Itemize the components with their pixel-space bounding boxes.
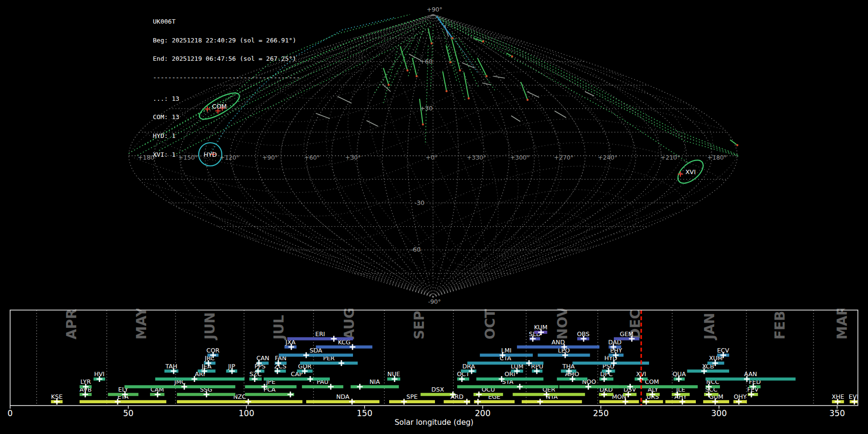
- shower-path-green: [438, 18, 687, 162]
- radiant-sky-map: COMHYDXVI+180°+150°+120°+90°+60°+30°+0°+…: [0, 0, 868, 309]
- month-label-JUL: JUL: [271, 315, 287, 340]
- shower-peak-ERI: [331, 336, 337, 342]
- shower-peak-NDA: [349, 399, 355, 405]
- latitude-label: -30: [415, 199, 424, 206]
- shower-bars: KSEETANZCNDASPEARDEGENTAMONURSAHYGUMOHYX…: [51, 324, 858, 405]
- shower-bar-GEM: [614, 337, 639, 340]
- shower-bar-JLE: [672, 393, 690, 396]
- shower-label-TAH: TAH: [165, 363, 177, 370]
- shower-bar-AND: [517, 345, 599, 348]
- shower-peak-OCU: [476, 392, 482, 397]
- meteor-shower-member: [730, 140, 737, 145]
- month-label-JUN: JUN: [202, 312, 218, 340]
- axis-tick-label: 150: [357, 408, 372, 418]
- shower-bar-SPE: [389, 400, 435, 403]
- shower-path-green: [374, 41, 410, 94]
- meteor-shower-member: [446, 45, 450, 62]
- meteor-end-dot: [449, 61, 451, 63]
- longitude-label: +60°: [304, 154, 320, 161]
- shower-bar-XCB: [687, 369, 729, 372]
- shower-peak-PER: [339, 360, 344, 366]
- meteor-end-dot: [407, 69, 408, 71]
- meteor-shower-member: [412, 58, 417, 76]
- shower-bar-ERI: [287, 337, 353, 340]
- meteor-end-dot: [468, 97, 470, 99]
- longitude-label: +0°: [426, 154, 438, 161]
- end-time: End: 20251219 06:47:56 (sol = 267.25°): [153, 56, 300, 62]
- shower-bar-STA: [457, 385, 558, 388]
- meteor-observation-screen: COMHYDXVI+180°+150°+120°+90°+60°+30°+0°+…: [0, 0, 868, 434]
- axis-tick-label: 50: [123, 408, 134, 418]
- shower-label-SPE: SPE: [407, 393, 418, 400]
- month-label-AUG: AUG: [341, 309, 357, 339]
- observation-info-panel: UK006T Beg: 20251218 22:40:29 (sol = 266…: [153, 6, 300, 171]
- month-label-NOV: NOV: [555, 309, 570, 339]
- shower-bar-PER: [300, 362, 358, 365]
- shower-path-green: [389, 35, 416, 89]
- meteor-end-dot: [511, 55, 513, 57]
- meteor-sporadic: [585, 92, 594, 96]
- latitude-label: -60: [411, 246, 420, 253]
- axis-tick-label: 0: [8, 408, 13, 418]
- longitude-label: +300°: [510, 154, 530, 161]
- longitude-label: +240°: [598, 154, 618, 161]
- grid2-line: [497, 212, 678, 262]
- shower-label-NDA: NDA: [336, 393, 350, 400]
- axis-tick-label: 250: [593, 408, 609, 418]
- grid2-line: [326, 28, 414, 75]
- shower-path-green: [440, 19, 738, 155]
- month-label-MAR: MAR: [834, 309, 850, 339]
- meteor-end-dot: [388, 84, 390, 86]
- grid2-line: [304, 56, 485, 288]
- count-xvi: XVI: 1: [153, 152, 300, 158]
- shower-peak-ARD: [464, 399, 470, 405]
- shower-label-NIA: NIA: [369, 378, 380, 385]
- grid2-line: [380, 15, 585, 256]
- shower-label-OHY: OHY: [733, 393, 746, 400]
- shower-bar-AAN: [705, 378, 796, 380]
- latitude-label: +60: [420, 58, 433, 65]
- meteor-shower-member: [428, 29, 432, 43]
- meteor-shower-member: [400, 46, 407, 70]
- shower-bar-ORI: [476, 378, 543, 380]
- shower-bar-NZC: [177, 400, 302, 403]
- shower-path-green: [448, 46, 465, 101]
- grid2-line: [501, 104, 713, 259]
- longitude-label: +330°: [467, 154, 487, 161]
- meteor-shower-member: [443, 71, 447, 91]
- shower-peak-NZC: [245, 399, 251, 405]
- shower-peak-KCG: [350, 344, 355, 350]
- grid2-line: [379, 24, 406, 47]
- radiant-label-XVI: XVI: [685, 168, 696, 176]
- grid2-line: [502, 70, 686, 258]
- axis-tick-label: 300: [711, 408, 727, 418]
- grid2-line: [336, 238, 469, 286]
- meteor-end-dot: [431, 42, 433, 44]
- grid2-line: [244, 219, 461, 263]
- grid2-line: [423, 95, 723, 134]
- meteor-end-dot: [486, 75, 488, 77]
- longitude-label: +270°: [554, 154, 574, 161]
- count-com: COM: 13: [153, 114, 300, 121]
- meteor-end-dot: [459, 69, 461, 71]
- axis-tick-label: 200: [475, 408, 490, 418]
- longitude-label: +180°: [707, 154, 727, 161]
- shower-bar-PCA: [245, 393, 294, 396]
- meteor-sporadic: [555, 111, 566, 118]
- shower-bar-ETA: [80, 400, 166, 403]
- shower-bar-MON: [599, 400, 639, 403]
- meteor-shower-member: [521, 82, 528, 100]
- shower-bar-LMI: [480, 353, 533, 356]
- month-label-JAN: JAN: [702, 312, 718, 340]
- meteor-shower-member: [474, 39, 483, 41]
- grid2-line: [433, 119, 737, 156]
- shower-label-EVI: EVI: [849, 393, 858, 400]
- latitude-label: +90°: [427, 6, 443, 13]
- grid2-line: [179, 199, 453, 240]
- shower-peak-NTA: [537, 399, 543, 405]
- meteor-end-dot: [446, 90, 448, 92]
- meteor-end-dot: [451, 37, 453, 39]
- axis-tick-label: 350: [829, 408, 845, 418]
- longitude-label: +30°: [345, 154, 361, 161]
- grid2-line: [414, 72, 687, 113]
